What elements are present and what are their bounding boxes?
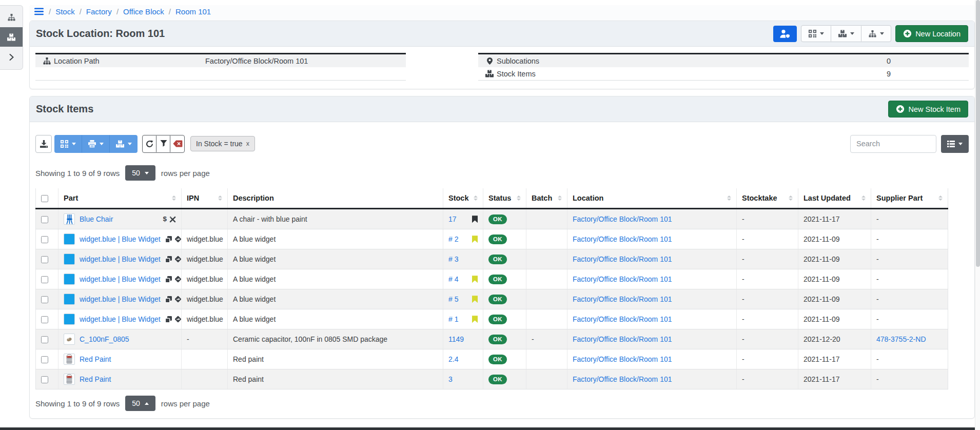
select-cell <box>36 269 58 289</box>
search-input[interactable] <box>850 135 936 153</box>
breadcrumb-separator: / <box>49 7 51 16</box>
breadcrumb-link[interactable]: Stock <box>55 7 75 16</box>
row-checkbox[interactable] <box>41 276 48 283</box>
column-header-part[interactable]: Part <box>58 188 182 209</box>
part-link[interactable]: C_100nF_0805 <box>80 335 129 343</box>
admin-button[interactable] <box>773 26 797 42</box>
sidebar-expand-button[interactable] <box>0 47 23 67</box>
stock-link[interactable]: 3 <box>448 375 453 383</box>
scrollbar[interactable] <box>975 0 980 430</box>
barcode-actions-dropdown[interactable] <box>801 26 831 42</box>
sort-icon[interactable] <box>474 196 478 201</box>
row-checkbox[interactable] <box>41 236 48 243</box>
location-link[interactable]: Factory/Office Block/Room 101 <box>573 275 672 283</box>
row-checkbox[interactable] <box>41 336 48 343</box>
location-link[interactable]: Factory/Office Block/Room 101 <box>573 255 672 263</box>
part-link[interactable]: Red Paint <box>80 375 111 383</box>
backspace-icon <box>173 140 183 147</box>
sort-icon[interactable] <box>558 196 562 201</box>
supplier-part-link[interactable]: 478-3755-2-ND <box>876 335 926 343</box>
filter-chip-remove[interactable]: x <box>246 140 249 147</box>
sort-icon[interactable] <box>938 196 943 201</box>
location-actions-dropdown[interactable] <box>861 26 891 42</box>
stock-link[interactable]: # 4 <box>448 275 458 283</box>
stock-link[interactable]: 2.4 <box>448 355 458 363</box>
stock-actions-dropdown[interactable] <box>831 26 861 42</box>
breadcrumb-link[interactable]: Room 101 <box>175 7 211 16</box>
breadcrumb-menu-icon[interactable] <box>34 8 44 15</box>
refresh-button[interactable] <box>143 135 156 152</box>
page-size-dropdown[interactable]: 50 <box>125 396 155 411</box>
part-link[interactable]: Blue Chair <box>80 215 113 223</box>
download-data-button[interactable] <box>35 135 52 153</box>
filter-chip[interactable]: In Stock = true x <box>190 136 255 151</box>
location-action-group <box>801 25 891 42</box>
part-link[interactable]: widget.blue | Blue Widget <box>80 315 161 323</box>
column-header-last-updated[interactable]: Last Updated <box>798 188 871 209</box>
row-checkbox[interactable] <box>41 316 48 323</box>
stock-link[interactable]: 17 <box>448 215 457 223</box>
print-actions-dropdown[interactable] <box>82 135 110 153</box>
column-header-batch[interactable]: Batch <box>526 188 567 209</box>
sort-icon[interactable] <box>727 196 731 201</box>
sort-icon[interactable] <box>517 196 521 201</box>
table-row: C_100nF_0805-Ceramic capacitor, 100nF in… <box>36 329 948 349</box>
location-link[interactable]: Factory/Office Block/Room 101 <box>573 315 672 323</box>
ipn-cell <box>182 349 228 369</box>
stock-link[interactable]: # 2 <box>448 235 458 243</box>
row-checkbox[interactable] <box>41 216 48 223</box>
location-link[interactable]: Factory/Office Block/Room 101 <box>573 295 672 303</box>
stock-link[interactable]: # 3 <box>448 255 458 263</box>
column-header-ipn[interactable]: IPN <box>182 188 228 209</box>
page-size-dropdown[interactable]: 50 <box>125 165 155 181</box>
new-location-button[interactable]: New Location <box>895 25 968 42</box>
location-link[interactable]: Factory/Office Block/Room 101 <box>573 375 672 383</box>
part-link[interactable]: widget.blue | Blue Widget <box>80 295 161 303</box>
column-settings-dropdown[interactable] <box>941 135 969 153</box>
sidebar-item-location-tree[interactable] <box>0 8 23 27</box>
column-header-description[interactable]: Description <box>228 188 443 209</box>
part-cell: widget.blue | Blue Widget <box>58 289 182 309</box>
row-checkbox[interactable] <box>41 256 48 263</box>
column-header-stocktake[interactable]: Stocktake <box>737 188 798 209</box>
sidebar-item-stock[interactable] <box>0 27 23 47</box>
location-actions: New Location <box>773 25 968 42</box>
part-link[interactable]: Red Paint <box>80 355 111 363</box>
stock-options-dropdown[interactable] <box>110 135 138 153</box>
sitemap-icon <box>8 14 15 21</box>
row-checkbox[interactable] <box>41 376 48 383</box>
row-checkbox[interactable] <box>41 356 48 363</box>
location-link[interactable]: Factory/Office Block/Room 101 <box>573 215 672 223</box>
column-header-supplier-part[interactable]: Supplier Part <box>871 188 948 209</box>
location-card-body: Location Path Factory/Office Block/Room … <box>30 47 974 89</box>
sort-icon[interactable] <box>861 196 866 201</box>
new-location-label: New Location <box>915 30 961 38</box>
column-header-location[interactable]: Location <box>567 188 737 209</box>
scrollbar-thumb[interactable] <box>976 0 980 267</box>
supplier-part-cell: - <box>871 349 948 369</box>
part-link[interactable]: widget.blue | Blue Widget <box>80 235 161 243</box>
location-link[interactable]: Factory/Office Block/Room 101 <box>573 235 672 243</box>
stock-link[interactable]: 1149 <box>448 335 464 343</box>
part-link[interactable]: widget.blue | Blue Widget <box>80 255 161 263</box>
column-header-stock[interactable]: Stock <box>443 188 483 209</box>
location-link[interactable]: Factory/Office Block/Room 101 <box>573 335 672 343</box>
filter-button[interactable] <box>156 135 170 152</box>
sort-icon[interactable] <box>172 196 176 201</box>
clone-icon <box>165 296 172 303</box>
clear-filters-button[interactable] <box>170 135 184 152</box>
sort-icon[interactable] <box>789 196 793 201</box>
row-checkbox[interactable] <box>41 296 48 303</box>
breadcrumb-link[interactable]: Factory <box>86 7 112 16</box>
new-stock-item-button[interactable]: New Stock Item <box>888 101 968 118</box>
select-all-checkbox[interactable] <box>41 195 48 202</box>
part-link[interactable]: widget.blue | Blue Widget <box>80 275 161 283</box>
stock-link[interactable]: # 1 <box>448 315 458 323</box>
column-header-status[interactable]: Status <box>483 188 526 209</box>
location-link[interactable]: Factory/Office Block/Room 101 <box>573 355 672 363</box>
sort-icon[interactable] <box>218 196 222 201</box>
sidebar <box>0 5 23 70</box>
barcode-actions-dropdown[interactable] <box>54 135 82 153</box>
stock-link[interactable]: # 5 <box>448 295 458 303</box>
breadcrumb-link[interactable]: Office Block <box>123 7 164 16</box>
